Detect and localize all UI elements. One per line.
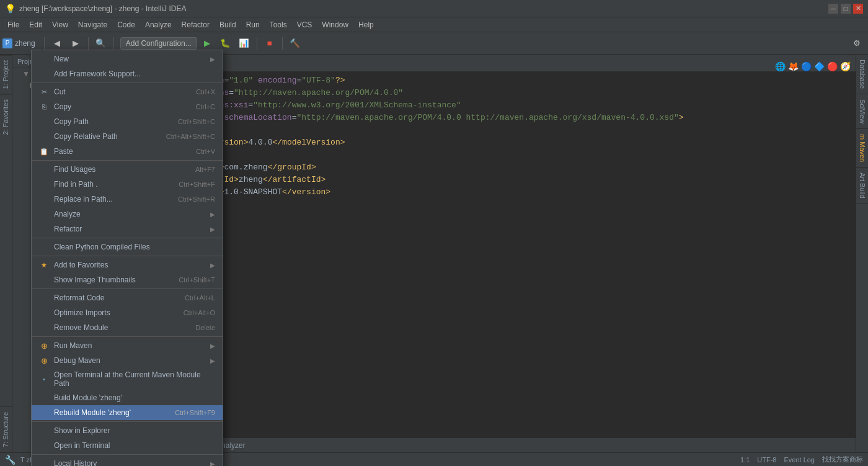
ctx-item-reformat[interactable]: Reformat Code Ctrl+Alt+L — [32, 290, 223, 305]
ctx-item-new[interactable]: New ▶ — [32, 52, 223, 66]
ctx-item-copy-path[interactable]: Copy Path Ctrl+Shift+C — [32, 114, 223, 129]
stop-button[interactable]: ■ — [261, 35, 278, 52]
ctx-item-copy[interactable]: ⎘ Copy Ctrl+C — [32, 99, 223, 114]
ctx-copy-rel-path-label: Copy Relative Path — [54, 132, 118, 141]
left-tabs: 1: Project 2: Favorites 7: Structure — [0, 55, 12, 452]
menu-code[interactable]: Code — [112, 17, 140, 32]
sidebar-tab-favorites[interactable]: 2: Favorites — [0, 94, 12, 140]
build-button[interactable]: 🔨 — [286, 35, 304, 52]
ctx-copy-path-label: Copy Path — [54, 117, 89, 126]
ctx-find-in-path-left: Find in Path . — [39, 179, 98, 189]
menu-navigate[interactable]: Navigate — [73, 17, 112, 32]
window-title: zheng [F:\workspace\zheng] - zheng - Int… — [19, 4, 186, 13]
ctx-item-optimize-imports[interactable]: Optimize Imports Ctrl+Alt+O — [32, 305, 223, 320]
ctx-replace-in-path-left: Replace in Path... — [39, 194, 113, 204]
tree-expand-icon: ▼ — [22, 69, 30, 78]
ctx-item-replace-in-path[interactable]: Replace in Path... Ctrl+Shift+R — [32, 192, 223, 207]
menu-edit[interactable]: Edit — [24, 17, 47, 32]
context-menu: New ▶ Add Framework Support... ✂ Cut Ctr… — [31, 50, 223, 466]
menu-tools[interactable]: Tools — [265, 17, 292, 32]
firefox-icon[interactable]: 🦊 — [788, 61, 799, 71]
ctx-refactor-left: Refactor — [39, 224, 82, 234]
ctx-analyze-left: Analyze — [39, 209, 81, 219]
ctx-item-refactor[interactable]: Refactor ▶ — [32, 222, 223, 236]
ctx-item-build-module[interactable]: Build Module 'zheng' — [32, 390, 223, 405]
ctx-analyze-icon — [39, 209, 49, 219]
menu-vcs[interactable]: VCS — [292, 17, 317, 32]
settings-button[interactable]: ⚙ — [848, 35, 866, 52]
sidebar-tab-structure[interactable]: 7: Structure — [0, 406, 12, 452]
ctx-item-add-favorites[interactable]: ★ Add to Favorites ▶ — [32, 258, 223, 272]
status-icon: 🔧 — [5, 455, 16, 465]
ctx-show-thumbnails-icon — [39, 275, 49, 285]
ctx-item-copy-rel-path[interactable]: Copy Relative Path Ctrl+Alt+Shift+C — [32, 129, 223, 144]
code-line-9: 9 <artifactId>zheng</artifactId> — [136, 174, 856, 186]
sidebar-tab-sciview[interactable]: SciView — [856, 94, 868, 129]
ctx-item-analyze[interactable]: Analyze ▶ — [32, 207, 223, 222]
ctx-local-history-icon — [39, 459, 49, 466]
ie-icon[interactable]: 🔷 — [814, 61, 825, 71]
code-line-12: 12 </project> — [136, 211, 856, 223]
menu-run[interactable]: Run — [241, 17, 265, 32]
ctx-local-history-arrow: ▶ — [210, 460, 215, 467]
ctx-item-rebuild-module[interactable]: Rebuild Module 'zheng' Ctrl+Shift+F9 — [32, 405, 223, 420]
ctx-item-clean-python[interactable]: Clean Python Compiled Files — [32, 240, 223, 254]
ctx-clean-python-left: Clean Python Compiled Files — [39, 242, 150, 252]
safari-icon[interactable]: 🧭 — [840, 61, 851, 71]
ctx-run-maven-icon: ⊕ — [39, 341, 49, 351]
ctx-copy-label: Copy — [54, 102, 71, 111]
menu-refactor[interactable]: Refactor — [177, 17, 215, 32]
ctx-item-local-history[interactable]: Local History ▶ — [32, 456, 223, 466]
sidebar-tab-artbuild[interactable]: Art Build — [856, 168, 868, 204]
ctx-run-maven-left: ⊕ Run Maven — [39, 341, 92, 351]
title-bar-left: 💡 zheng [F:\workspace\zheng] - zheng - I… — [5, 4, 186, 14]
ctx-copy-left: ⎘ Copy — [39, 102, 71, 112]
menu-build[interactable]: Build — [215, 17, 241, 32]
menu-window[interactable]: Window — [317, 17, 353, 32]
close-button[interactable]: ✕ — [853, 4, 863, 14]
sidebar-tab-maven[interactable]: m Maven — [856, 129, 868, 168]
ctx-item-debug-maven[interactable]: ⊕ Debug Maven ▶ — [32, 353, 223, 368]
menu-analyze[interactable]: Analyze — [140, 17, 177, 32]
ctx-sep-2 — [32, 160, 223, 161]
menu-file[interactable]: File — [2, 17, 24, 32]
sidebar-tab-database[interactable]: Database — [856, 55, 868, 94]
opera-icon[interactable]: 🔴 — [827, 61, 838, 71]
ctx-debug-maven-arrow: ▶ — [210, 357, 215, 364]
ctx-refactor-arrow: ▶ — [210, 226, 215, 233]
run-config-dropdown[interactable]: Add Configuration... — [120, 37, 197, 50]
ctx-item-show-explorer[interactable]: Show in Explorer — [32, 423, 223, 438]
status-right: 1:1 UTF-8 Event Log 找找方案商标 — [740, 455, 863, 464]
sidebar-tab-project[interactable]: 1: Project — [0, 55, 12, 94]
ctx-remove-module-left: Remove Module — [39, 323, 108, 333]
ctx-find-usages-icon — [39, 164, 49, 174]
run-coverage-button[interactable]: 📊 — [236, 35, 253, 52]
ctx-paste-shortcut: Ctrl+V — [196, 148, 215, 155]
menu-view[interactable]: View — [47, 17, 73, 32]
ctx-show-thumbnails-left: Show Image Thumbnails — [39, 275, 136, 285]
ctx-item-open-terminal-maven[interactable]: ▪ Open Terminal at the Current Maven Mod… — [32, 368, 223, 390]
ctx-item-find-in-path[interactable]: Find in Path . Ctrl+Shift+F — [32, 177, 223, 192]
ctx-open-terminal-left: Open in Terminal — [39, 441, 110, 450]
edge-icon[interactable]: 🔵 — [801, 61, 812, 71]
ctx-item-run-maven[interactable]: ⊕ Run Maven ▶ — [32, 338, 223, 353]
ctx-item-remove-module[interactable]: Remove Module Delete — [32, 320, 223, 335]
menu-help[interactable]: Help — [353, 17, 379, 32]
ctx-sep-6 — [32, 336, 223, 337]
maximize-button[interactable]: □ — [841, 4, 851, 14]
code-line-4: 4 xsi:schemaLocation="http://maven.apach… — [136, 112, 856, 124]
ctx-remove-module-label: Remove Module — [54, 323, 108, 332]
ctx-item-show-thumbnails[interactable]: Show Image Thumbnails Ctrl+Shift+T — [32, 272, 223, 287]
ctx-rebuild-module-label: Rebuild Module 'zheng' — [54, 408, 131, 417]
ctx-item-add-framework[interactable]: Add Framework Support... — [32, 66, 223, 81]
ctx-item-paste[interactable]: 📋 Paste Ctrl+V — [32, 144, 223, 159]
ctx-item-find-usages[interactable]: Find Usages Alt+F7 — [32, 162, 223, 177]
event-log[interactable]: Event Log — [784, 456, 815, 464]
ctx-optimize-icon — [39, 308, 49, 318]
minimize-button[interactable]: ─ — [828, 4, 838, 14]
chrome-icon[interactable]: 🌐 — [775, 61, 786, 71]
ctx-item-cut[interactable]: ✂ Cut Ctrl+X — [32, 84, 223, 99]
ctx-paste-label: Paste — [54, 147, 73, 156]
ctx-replace-in-path-icon — [39, 194, 49, 204]
ctx-item-open-in-terminal[interactable]: Open in Terminal — [32, 438, 223, 453]
